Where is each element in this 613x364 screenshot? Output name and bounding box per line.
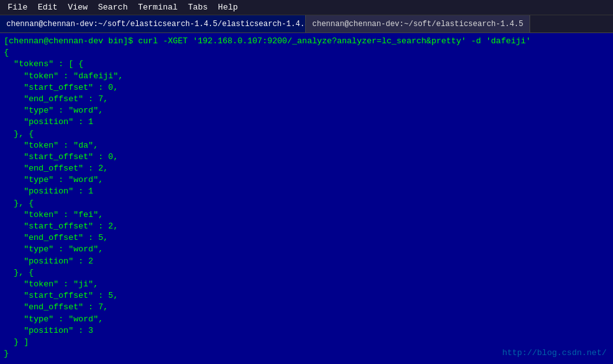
output-line: "start_offset" : 5,: [4, 290, 609, 302]
output-line: }, {: [4, 198, 609, 209]
output-container: { "tokens" : [ { "token" : "dafeiji", "s…: [4, 47, 609, 360]
menu-edit[interactable]: Edit: [32, 1, 62, 13]
output-line: "token" : "da",: [4, 140, 609, 151]
output-line: "start_offset" : 2,: [4, 221, 609, 232]
tab-1-label: chennan@chennan-dev:~/soft/elasticsearch…: [6, 20, 306, 29]
output-line: "token" : "fei",: [4, 209, 609, 221]
output-line: "position" : 1: [4, 186, 609, 197]
output-line: "tokens" : [ {: [4, 59, 609, 70]
output-line: "start_offset" : 0,: [4, 82, 609, 94]
output-line: "end_offset" : 5,: [4, 232, 609, 244]
watermark: http://blog.csdn.net/: [502, 348, 607, 358]
menu-terminal[interactable]: Terminal: [133, 1, 182, 13]
output-line: }, {: [4, 267, 609, 279]
output-line: "end_offset" : 7,: [4, 94, 609, 105]
output-line: }, {: [4, 129, 609, 140]
output-line: "end_offset" : 2,: [4, 163, 609, 174]
menu-help[interactable]: Help: [213, 1, 243, 13]
output-line: "position" : 2: [4, 256, 609, 267]
output-line: "position" : 1: [4, 116, 609, 128]
output-line: "type" : "word",: [4, 314, 609, 325]
menu-file[interactable]: File: [3, 1, 32, 13]
output-line: "end_offset" : 7,: [4, 302, 609, 313]
output-line: "start_offset" : 0,: [4, 151, 609, 163]
output-line: "token" : "dafeiji",: [4, 71, 609, 82]
terminal[interactable]: [chennan@chennan-dev bin]$ curl -XGET '1…: [0, 33, 613, 364]
output-line: {: [4, 47, 609, 59]
output-line: "position" : 3: [4, 325, 609, 337]
menu-view[interactable]: View: [62, 1, 92, 13]
tabbar: chennan@chennan-dev:~/soft/elasticsearch…: [0, 15, 613, 33]
tab-2[interactable]: chennan@chennan-dev:~/soft/elasticsearch…: [306, 15, 530, 32]
output-line: "type" : "word",: [4, 105, 609, 116]
output-line: "type" : "word",: [4, 174, 609, 186]
menu-tabs[interactable]: Tabs: [183, 1, 213, 13]
prompt-line: [chennan@chennan-dev bin]$ curl -XGET '1…: [4, 36, 609, 47]
menubar: File Edit View Search Terminal Tabs Help: [0, 0, 613, 15]
output-line: "type" : "word",: [4, 244, 609, 255]
output-line: } ]: [4, 337, 609, 348]
tab-1[interactable]: chennan@chennan-dev:~/soft/elasticsearch…: [0, 15, 306, 32]
output-line: "token" : "ji",: [4, 279, 609, 290]
tab-2-label: chennan@chennan-dev:~/soft/elasticsearch…: [312, 20, 523, 29]
menu-search[interactable]: Search: [93, 1, 133, 13]
